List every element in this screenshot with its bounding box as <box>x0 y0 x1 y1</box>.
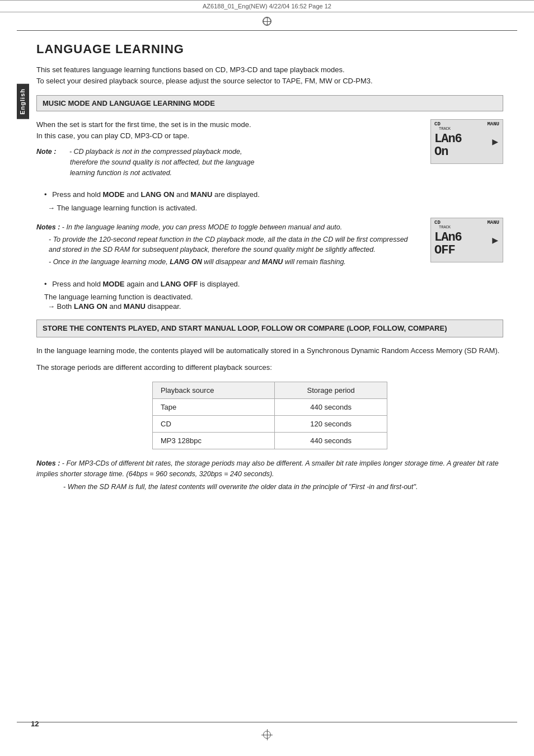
bullet2: Press and hold MODE again and LANG OFF i… <box>44 279 503 290</box>
lcd1-bottom-chars: On <box>434 145 448 159</box>
lcd1-manu-label: MANU <box>487 121 499 127</box>
table-cell-mp3: MP3 128bpc <box>153 433 275 449</box>
lcd-display-1: CD MANU TRACK LAn6 ▶ On <box>430 119 503 184</box>
lcd2-arrow: ▶ <box>492 234 498 246</box>
notes2-label: Notes : <box>36 223 60 231</box>
notes3-label: Notes : <box>36 459 60 467</box>
lcd2-track-label: TRACK <box>439 225 451 229</box>
note1: Note : - CD playback is not in the compr… <box>36 147 419 178</box>
table-row: CD 120 seconds <box>153 416 387 433</box>
notes2-content: Notes : - In the language leaning mode, … <box>36 218 503 273</box>
lcd-screen-2: CD MANU TRACK LAn6 ▶ OFF <box>430 218 503 262</box>
header-strip: AZ6188_01_Eng(NEW) 4/22/04 16:52 Page 12 <box>0 0 534 12</box>
section2-para1: In the language learning mode, the conte… <box>36 345 503 356</box>
reg-circle-top <box>263 17 271 26</box>
notes3: Notes : - For MP3-CDs of different bit r… <box>36 458 503 492</box>
section1-heading: MUSIC MODE AND LANGUAGE LEARNING MODE <box>36 95 503 111</box>
notes2: Notes : - In the language leaning mode, … <box>36 222 419 267</box>
header-text: AZ6188_01_Eng(NEW) 4/22/04 16:52 Page 12 <box>203 3 331 10</box>
lcd2-bottom-chars: OFF <box>434 243 455 257</box>
bullet2-line2: The language learning function is deacti… <box>44 293 503 301</box>
section2-heading: STORE THE CONTENTS PLAYED, AND START MAN… <box>36 320 503 337</box>
section1-left: When the set is start for the first time… <box>36 119 419 184</box>
lcd-display-2: CD MANU TRACK LAn6 ▶ OFF <box>430 218 503 273</box>
table-cell-tape-period: 440 seconds <box>275 399 387 416</box>
intro-text: This set features language learning func… <box>36 64 503 86</box>
table-row: Tape 440 seconds <box>153 399 387 416</box>
notes2-left: Notes : - In the language leaning mode, … <box>36 218 419 273</box>
lcd2-manu-label: MANU <box>487 220 499 226</box>
page-number: 12 <box>31 720 39 728</box>
section1-content: When the set is start for the first time… <box>36 119 503 184</box>
bullet1-sub: → The language learning function is acti… <box>48 204 503 212</box>
top-reg-mark <box>0 12 534 30</box>
lcd1-arrow: ▶ <box>492 135 498 148</box>
table-header-source: Playback source <box>153 382 275 399</box>
table-cell-mp3-period: 440 seconds <box>275 433 387 449</box>
page-title: LANGUAGE LEARNING <box>36 42 503 57</box>
lcd-screen-1: CD MANU TRACK LAn6 ▶ On <box>430 119 503 164</box>
table-cell-tape: Tape <box>153 399 275 416</box>
main-content: LANGUAGE LEARNING This set features lang… <box>36 31 503 515</box>
section1-para1: When the set is start for the first time… <box>36 119 419 141</box>
lcd1-track-label: TRACK <box>439 126 451 131</box>
bullet2-container: Press and hold MODE again and LANG OFF i… <box>36 279 503 311</box>
section2-para2: The storage periods are different accord… <box>36 362 503 373</box>
table-cell-cd-period: 120 seconds <box>275 416 387 433</box>
bullet2-sub: → Both LANG ON and MANU disappear. <box>48 302 503 311</box>
table-header-period: Storage period <box>275 382 387 399</box>
lcd2-top-chars: LAn6 <box>434 231 462 245</box>
bottom-reg-mark <box>261 729 273 740</box>
bullet1: Press and hold MODE and LANG ON and MANU… <box>44 189 503 200</box>
storage-table: Playback source Storage period Tape 440 … <box>152 382 387 449</box>
lcd1-top-chars: LAn6 <box>434 132 462 146</box>
table-cell-cd: CD <box>153 416 275 433</box>
table-row: MP3 128bpc 440 seconds <box>153 433 387 449</box>
note1-label: Note : <box>36 148 56 156</box>
side-tab-english: English <box>17 84 29 119</box>
